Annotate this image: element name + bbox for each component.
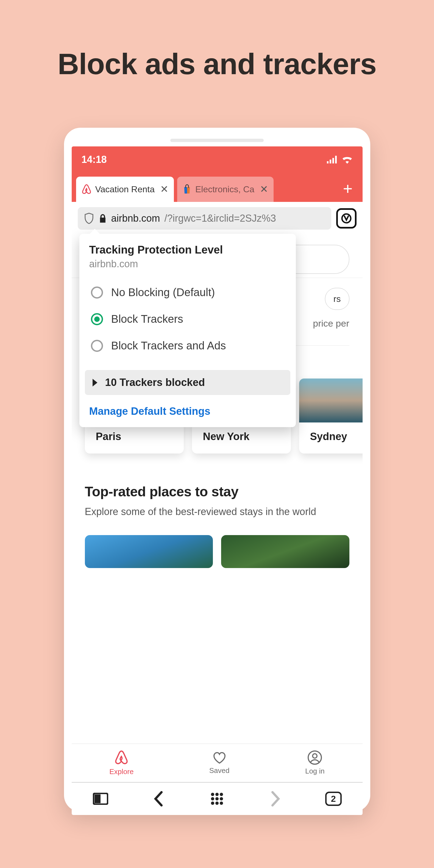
airbnb-icon	[82, 184, 91, 195]
speed-dial-button[interactable]	[209, 790, 225, 807]
shield-icon[interactable]	[84, 212, 94, 224]
wifi-icon	[342, 155, 353, 164]
nav-login[interactable]: Log in	[305, 750, 325, 775]
tab-label: Electronics, Ca	[195, 184, 254, 194]
vivaldi-menu-button[interactable]	[336, 208, 356, 228]
popover-domain: airbnb.com	[89, 258, 286, 270]
signal-icon	[327, 156, 337, 163]
status-bar: 14:18	[72, 146, 363, 173]
forward-button[interactable]	[267, 790, 283, 807]
browser-bottom-toolbar: 2	[72, 782, 363, 815]
trackers-blocked-row[interactable]: 10 Trackers blocked	[85, 370, 290, 395]
status-icons	[327, 155, 353, 164]
panel-toggle-button[interactable]	[92, 790, 109, 807]
radio-icon	[91, 340, 103, 352]
radio-label: Block Trackers	[111, 313, 183, 325]
caret-right-icon	[91, 379, 97, 386]
phone-frame: 14:18 Vacation Renta ✕ Electronics, Ca ✕…	[64, 128, 370, 812]
radio-block-trackers-ads[interactable]: Block Trackers and Ads	[89, 332, 286, 359]
user-icon	[308, 750, 322, 765]
site-bottom-nav: Explore Saved Log in	[72, 744, 363, 782]
status-time: 14:18	[82, 154, 107, 165]
browser-tab-inactive[interactable]: Electronics, Ca ✕	[177, 177, 274, 202]
stay-photo[interactable]	[85, 535, 213, 568]
nav-saved[interactable]: Saved	[209, 751, 229, 775]
browser-tab-strip: Vacation Renta ✕ Electronics, Ca ✕ +	[72, 173, 363, 202]
url-path: /?irgwc=1&irclid=2SJz%3	[164, 213, 276, 224]
top-stays-photos	[85, 535, 349, 568]
address-bar[interactable]: airbnb.com/?irgwc=1&irclid=2SJz%3	[78, 207, 331, 229]
section-title: Top-rated places to stay	[85, 484, 349, 500]
filter-pill[interactable]: rs	[325, 288, 349, 310]
tab-count-badge: 2	[325, 792, 342, 806]
phone-speaker	[170, 139, 264, 142]
close-icon[interactable]: ✕	[260, 184, 268, 195]
svg-point-13	[220, 802, 223, 805]
url-domain: airbnb.com	[111, 213, 160, 224]
chevron-left-icon	[153, 791, 164, 806]
card-image	[299, 378, 363, 423]
svg-point-2	[313, 754, 317, 758]
radio-label: Block Trackers and Ads	[111, 340, 226, 352]
browser-tab-active[interactable]: Vacation Renta ✕	[76, 177, 174, 202]
new-tab-button[interactable]: +	[337, 179, 358, 202]
manage-default-settings-link[interactable]: Manage Default Settings	[80, 399, 296, 427]
tab-switcher-button[interactable]: 2	[325, 790, 342, 807]
section-subtitle: Explore some of the best-reviewed stays …	[85, 505, 321, 519]
heart-icon	[212, 751, 227, 764]
destination-card-sydney[interactable]: Sydney	[299, 378, 363, 454]
radio-icon	[91, 313, 103, 325]
address-bar-row: airbnb.com/?irgwc=1&irclid=2SJz%3	[72, 202, 363, 235]
grid-icon	[210, 792, 224, 805]
lock-icon	[99, 214, 107, 223]
svg-point-7	[220, 793, 223, 796]
phone-screen: 14:18 Vacation Renta ✕ Electronics, Ca ✕…	[72, 146, 363, 815]
tracking-protection-popover: Tracking Protection Level airbnb.com No …	[80, 234, 296, 427]
svg-point-11	[211, 802, 214, 805]
marketing-headline: Block ads and trackers	[58, 47, 377, 81]
trackers-blocked-label: 10 Trackers blocked	[105, 377, 205, 389]
nav-label: Saved	[209, 766, 229, 775]
vivaldi-icon	[341, 213, 352, 224]
svg-point-10	[220, 797, 223, 800]
close-icon[interactable]: ✕	[160, 184, 168, 195]
nav-label: Log in	[305, 767, 325, 775]
nav-explore[interactable]: Explore	[109, 750, 133, 776]
svg-point-6	[215, 793, 219, 796]
radio-label: No Blocking (Default)	[111, 286, 215, 299]
svg-point-12	[215, 802, 219, 805]
nav-label: Explore	[109, 768, 133, 776]
radio-block-trackers[interactable]: Block Trackers	[89, 306, 286, 332]
airbnb-icon	[114, 750, 129, 765]
svg-point-5	[211, 793, 214, 796]
stay-photo[interactable]	[221, 535, 349, 568]
radio-icon	[91, 286, 103, 299]
panel-icon	[93, 793, 108, 805]
back-button[interactable]	[151, 790, 167, 807]
svg-point-9	[215, 797, 219, 800]
shopping-bag-icon	[183, 184, 191, 194]
svg-rect-4	[94, 795, 100, 803]
popover-title: Tracking Protection Level	[89, 244, 286, 256]
svg-point-8	[211, 797, 214, 800]
radio-no-blocking[interactable]: No Blocking (Default)	[89, 279, 286, 306]
tab-label: Vacation Renta	[95, 184, 155, 194]
chevron-right-icon	[270, 791, 281, 806]
card-label: Sydney	[299, 423, 363, 454]
